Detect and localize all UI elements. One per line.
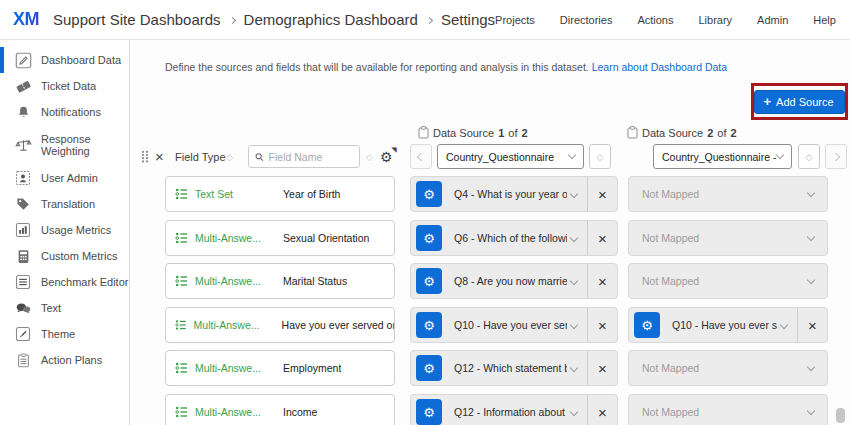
chevron-down-icon[interactable] [780, 321, 788, 329]
chevron-down-icon[interactable] [570, 321, 578, 329]
field-row-served[interactable]: Multi-Answe... Have you ever served on..… [165, 307, 395, 343]
field-name-search[interactable] [248, 145, 360, 168]
mapped-question-label: Q6 - Which of the following b... [454, 232, 567, 244]
not-mapped-cell-s2-r2[interactable]: Not Mapped [628, 220, 828, 256]
field-type-label: Text Set [195, 188, 267, 200]
mapped-cell-s2-r4[interactable]: ⚙ Q10 - Have you ever served ... × [628, 307, 828, 343]
field-type-column-header: Field Type [175, 144, 226, 169]
sidebar-item-ticket-data[interactable]: Ticket Data [0, 73, 129, 99]
mapped-cell-s1-r3[interactable]: ⚙ Q8 - Are you now married, wi... × [410, 263, 618, 299]
nav-actions[interactable]: Actions [637, 14, 673, 26]
sidebar-item-label: Dashboard Data [41, 54, 121, 66]
field-settings-button[interactable]: ⚙ [416, 181, 442, 207]
add-source-button[interactable]: + Add Source [754, 90, 844, 114]
field-settings-button[interactable]: ⚙ [416, 399, 442, 425]
field-name-label: Sexual Orientation [283, 232, 369, 244]
mapped-cell-s1-r4[interactable]: ⚙ Q10 - Have you ever served ... × [410, 307, 618, 343]
field-settings-button[interactable]: ⚙ [416, 312, 442, 338]
sidebar-item-action-plans[interactable]: Action Plans [0, 347, 129, 373]
field-settings-button[interactable]: ⚙ [416, 225, 442, 251]
mapped-cell-s1-r6[interactable]: ⚙ Q12 - Information about inco... × [410, 394, 618, 425]
nav-projects[interactable]: Projects [495, 14, 535, 26]
field-row-year-of-birth[interactable]: Text Set Year of Birth [165, 176, 395, 212]
remove-mapping-button[interactable]: × [588, 308, 617, 342]
clear-filter-button[interactable]: × [155, 144, 164, 169]
nav-library[interactable]: Library [698, 14, 732, 26]
breadcrumb-dashboard[interactable]: Demographics Dashboard [244, 11, 418, 28]
scrollbar-thumb[interactable] [836, 408, 845, 423]
chevron-down-icon[interactable] [570, 190, 578, 198]
remove-mapping-button[interactable]: × [588, 177, 617, 211]
source-2-reorder-stepper[interactable]: ◇ [798, 144, 820, 169]
plus-icon: + [763, 97, 771, 107]
mapped-cell-s1-r5[interactable]: ⚙ Q12 - Which statement best ... × [410, 350, 618, 386]
clipboard-icon [627, 126, 638, 139]
add-source-label: Add Source [776, 96, 833, 108]
not-mapped-cell-s2-r5[interactable]: Not Mapped [628, 350, 828, 386]
field-row-sexual-orientation[interactable]: Multi-Answe... Sexual Orientation [165, 220, 395, 256]
gear-icon: ⚙ [641, 318, 653, 333]
multi-answer-icon [175, 361, 189, 375]
field-settings-menu[interactable]: ⚙◥ [380, 144, 393, 169]
nav-help[interactable]: Help [813, 14, 836, 26]
sidebar-item-notifications[interactable]: Notifications [0, 99, 129, 125]
source-2-value: Country_Questionnaire - 2020 [662, 151, 777, 163]
nav-admin[interactable]: Admin [757, 14, 788, 26]
remove-mapping-button[interactable]: × [588, 221, 617, 255]
sidebar-item-translation[interactable]: Translation [0, 191, 129, 217]
field-type-sort[interactable]: ◇ [226, 144, 233, 169]
sidebar-item-response-weighting[interactable]: Response Weighting [0, 125, 129, 165]
source-1-select[interactable]: Country_Questionnaire [437, 144, 584, 169]
chevron-down-icon [568, 151, 576, 159]
next-source-button[interactable] [825, 144, 847, 169]
close-icon: × [598, 360, 607, 377]
sidebar-item-label: Theme [41, 328, 75, 340]
gear-icon: ⚙ [423, 405, 435, 420]
nav-directories[interactable]: Directories [560, 14, 613, 26]
field-row-employment[interactable]: Multi-Answe... Employment [165, 350, 395, 386]
breadcrumb-dashboards[interactable]: Support Site Dashboards [53, 11, 221, 28]
remove-mapping-button[interactable]: × [588, 351, 617, 385]
mapped-cell-s1-r1[interactable]: ⚙ Q4 - What is your year of birth? × [410, 176, 618, 212]
field-settings-button[interactable]: ⚙ [416, 355, 442, 381]
source-2-select[interactable]: Country_Questionnaire - 2020 [653, 144, 792, 169]
field-settings-button[interactable]: ⚙ [416, 268, 442, 294]
mapped-question-label: Q10 - Have you ever served ... [454, 319, 567, 331]
drag-handle[interactable] [141, 144, 149, 169]
field-row-income[interactable]: Multi-Answe... Income [165, 394, 395, 425]
not-mapped-cell-s2-r1[interactable]: Not Mapped [628, 176, 828, 212]
field-row-marital-status[interactable]: Multi-Answe... Marital Status [165, 263, 395, 299]
mapped-question-label: Q10 - Have you ever served ... [672, 319, 777, 331]
source-1-reorder-stepper[interactable]: ◇ [589, 144, 611, 169]
field-name-input[interactable] [269, 151, 353, 163]
mapped-cell-s1-r2[interactable]: ⚙ Q6 - Which of the following b... × [410, 220, 618, 256]
sort-icon: ◇ [226, 152, 233, 162]
sidebar-item-usage-metrics[interactable]: Usage Metrics [0, 217, 129, 243]
prev-source-button[interactable] [410, 144, 432, 169]
not-mapped-label: Not Mapped [642, 275, 808, 287]
chevron-down-icon[interactable] [570, 234, 578, 242]
data-source-number: 1 [498, 127, 504, 139]
sidebar-item-user-admin[interactable]: User Admin [0, 165, 129, 191]
chevron-down-icon[interactable] [570, 408, 578, 416]
sidebar-item-text[interactable]: Text [0, 295, 129, 321]
sidebar-item-custom-metrics[interactable]: Custom Metrics [0, 243, 129, 269]
tag-icon [14, 196, 32, 212]
field-settings-button[interactable]: ⚙ [634, 312, 660, 338]
sidebar-item-theme[interactable]: Theme [0, 321, 129, 347]
sidebar-item-dashboard-data[interactable]: Dashboard Data [0, 47, 129, 73]
text-set-icon [175, 187, 189, 201]
learn-about-link[interactable]: Learn about Dashboard Data [592, 61, 727, 73]
not-mapped-cell-s2-r6[interactable]: Not Mapped [628, 394, 828, 425]
field-name-sort[interactable]: ◇ [366, 144, 373, 169]
remove-mapping-button[interactable]: × [588, 395, 617, 425]
sidebar-item-label: Custom Metrics [41, 250, 117, 262]
not-mapped-cell-s2-r3[interactable]: Not Mapped [628, 263, 828, 299]
field-type-label: Multi-Answe... [195, 362, 267, 374]
chevron-down-icon[interactable] [570, 277, 578, 285]
chevron-down-icon[interactable] [570, 364, 578, 372]
sort-icon: ◇ [366, 152, 373, 162]
remove-mapping-button[interactable]: × [798, 308, 827, 342]
remove-mapping-button[interactable]: × [588, 264, 617, 298]
sidebar-item-benchmark-editor[interactable]: Benchmark Editor [0, 269, 129, 295]
